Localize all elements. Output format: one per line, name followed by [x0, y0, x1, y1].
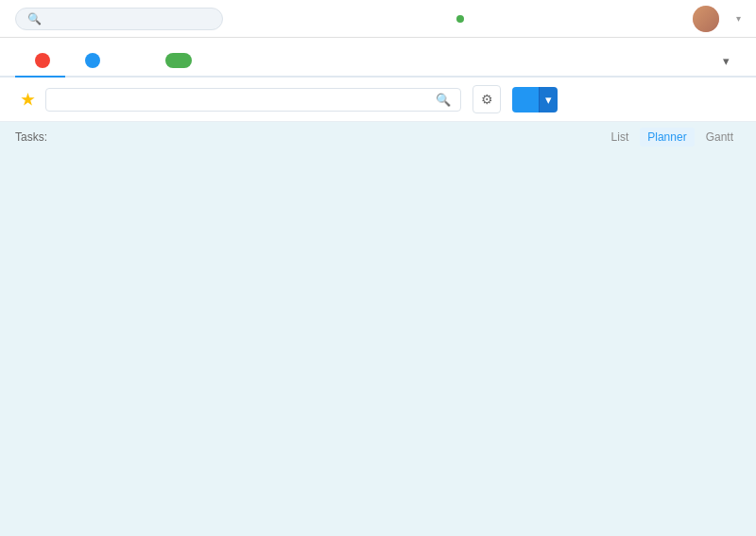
filter-input[interactable] [56, 93, 430, 106]
tab-assisting[interactable] [115, 61, 146, 78]
tab-kanban[interactable] [207, 61, 237, 78]
search-icon: 🔍 [436, 93, 451, 107]
chevron-down-icon: ▾ [723, 54, 730, 68]
planner-view-button[interactable]: Planner [640, 128, 694, 147]
time-area [234, 7, 681, 31]
star-icon[interactable]: ★ [21, 91, 34, 109]
working-status [456, 15, 468, 23]
tab-projects[interactable] [237, 61, 267, 78]
filter-search[interactable]: 🔍 [45, 88, 461, 112]
time-display [448, 7, 449, 31]
tab-ongoing[interactable] [65, 45, 115, 78]
new-task-dropdown-button[interactable]: ▾ [539, 87, 558, 112]
search-icon: 🔍 [27, 12, 42, 26]
view-switcher: List Planner Gantt [604, 128, 741, 147]
working-dot [456, 15, 464, 23]
task-meta: Tasks: List Planner Gantt [0, 122, 756, 152]
badge-efficiency [165, 53, 192, 68]
gantt-view-button[interactable]: Gantt [698, 128, 741, 147]
top-bar: 🔍 ▾ [0, 0, 756, 38]
more-button[interactable]: ▾ [708, 46, 741, 76]
search-input[interactable] [47, 12, 198, 26]
badge-all [35, 53, 50, 68]
new-task-button[interactable] [512, 87, 539, 112]
list-view-button[interactable]: List [604, 128, 637, 147]
nav-tabs: ▾ [0, 38, 756, 78]
user-menu[interactable]: ▾ [693, 6, 741, 32]
avatar [693, 6, 719, 32]
settings-button[interactable]: ⚙ [472, 85, 501, 113]
chevron-down-icon: ▾ [736, 13, 741, 24]
page-title: ★ [15, 91, 34, 109]
planner-board [0, 152, 756, 167]
badge-ongoing [85, 53, 100, 68]
tab-all[interactable] [15, 45, 65, 78]
global-search[interactable]: 🔍 [15, 8, 223, 30]
new-task-group: ▾ [512, 87, 558, 112]
tab-efficiency[interactable] [146, 45, 207, 78]
page-header: ★ 🔍 ⚙ ▾ [0, 78, 756, 122]
